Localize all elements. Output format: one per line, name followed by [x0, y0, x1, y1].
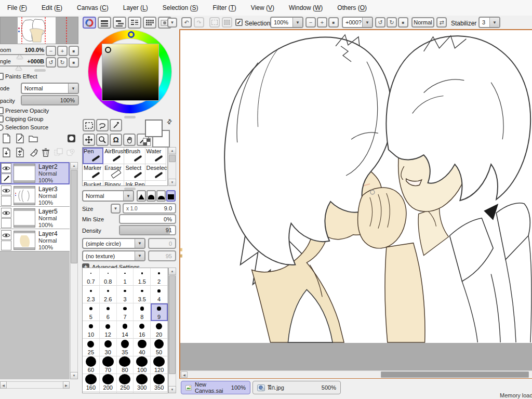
canvas-hscrollbar[interactable]: ◀: [180, 370, 532, 378]
brush-size-100[interactable]: 100: [134, 356, 151, 374]
merge-down-button[interactable]: [14, 146, 26, 158]
tool-eraser[interactable]: Eraser: [103, 164, 124, 181]
delete-layer-button[interactable]: [39, 146, 52, 158]
layer-item-layer5[interactable]: Layer5Normal100%: [0, 207, 70, 229]
layer-paint-indicator[interactable]: [1, 174, 11, 183]
menu-others[interactable]: Others (O): [330, 0, 374, 16]
zoom-tool[interactable]: [96, 134, 109, 146]
rotate-ccw-button[interactable]: ↺: [46, 57, 56, 68]
brush-size-3.5[interactable]: 3.5: [134, 286, 151, 303]
magic-wand-tool[interactable]: [110, 119, 122, 131]
tab-new-canvas[interactable]: New Canvas.sai 100%: [181, 381, 250, 394]
brush-shape-dropdown[interactable]: (simple circle)▼: [82, 238, 145, 249]
sv-cursor[interactable]: [105, 47, 111, 53]
brush-size-160[interactable]: 160: [83, 374, 100, 392]
invert-selection-button[interactable]: [222, 17, 232, 28]
canvas[interactable]: [180, 30, 532, 343]
brush-size-2[interactable]: 2: [151, 268, 168, 286]
flip-horizontal-button[interactable]: ⇄: [436, 17, 447, 28]
layer-item-layer4[interactable]: Layer4Normal100%: [0, 229, 70, 251]
undo-button[interactable]: ↶: [181, 17, 192, 28]
brush-size-120[interactable]: 120: [151, 356, 168, 374]
tab-jpg-file[interactable]: ฝึก.jpg 500%: [252, 381, 341, 394]
brush-size-6[interactable]: 6: [100, 303, 117, 321]
brush-size-12[interactable]: 12: [100, 321, 117, 339]
brush-edge-shape-square[interactable]: [166, 190, 176, 202]
rotate-cw-button[interactable]: ↻: [57, 57, 68, 68]
brush-size-20[interactable]: 20: [151, 321, 168, 339]
new-layer-button[interactable]: [0, 132, 12, 144]
zoom-reset-button[interactable]: ■: [69, 46, 79, 56]
menu-window[interactable]: Window (W): [282, 0, 330, 16]
menu-view[interactable]: View (V): [244, 0, 282, 16]
brush-size-partial[interactable]: [83, 392, 100, 393]
brush-size-25[interactable]: 25: [83, 339, 100, 356]
canvas-zoom-out-button[interactable]: −: [305, 17, 316, 28]
clip-mask-button[interactable]: [52, 146, 64, 158]
stabilizer-dropdown[interactable]: 3▼: [478, 17, 500, 28]
tool-grid-scroll-up[interactable]: ▲: [168, 147, 176, 154]
transfer-down-button[interactable]: [0, 146, 12, 158]
angle-reset-button[interactable]: ■: [69, 57, 79, 68]
tool-deselect[interactable]: Deselect: [145, 164, 166, 181]
layer-thumbnail[interactable]: [14, 164, 35, 183]
brush-size-50[interactable]: 50: [151, 339, 168, 356]
brush-size-partial[interactable]: [117, 392, 134, 393]
menu-selection[interactable]: Selection (S): [155, 0, 206, 16]
zoom-out-button[interactable]: −: [46, 46, 56, 56]
saturation-value-square[interactable]: [102, 44, 159, 101]
brush-size-300[interactable]: 300: [134, 374, 151, 392]
foreground-color-swatch[interactable]: [145, 119, 163, 137]
hand-tool[interactable]: [123, 134, 136, 146]
layer-thumbnail[interactable]: [14, 231, 35, 250]
size-unit-button[interactable]: ▼: [111, 204, 121, 214]
size-grid-scroll-down[interactable]: ▼: [168, 386, 176, 393]
brush-size-0.7[interactable]: 0.7: [83, 268, 100, 286]
layer-mask-button[interactable]: [65, 132, 77, 144]
clipping-group-checkbox[interactable]: [0, 115, 4, 123]
tool-pen[interactable]: Pen: [83, 148, 103, 164]
brush-size-350[interactable]: 350: [151, 374, 168, 392]
menu-filter[interactable]: Filter (T): [206, 0, 244, 16]
layer-item-layer2[interactable]: Layer2Normal100%: [0, 162, 70, 184]
brush-size-8[interactable]: 8: [134, 303, 151, 321]
layers-scroll-down[interactable]: ▼: [70, 372, 78, 379]
selection-source-radio[interactable]: [0, 124, 4, 131]
density-slider[interactable]: 91: [119, 225, 176, 235]
lasso-tool[interactable]: [96, 119, 109, 131]
hue-ring-cursor[interactable]: [128, 31, 135, 38]
move-tool[interactable]: [83, 134, 95, 146]
brush-size-1[interactable]: 1: [117, 268, 134, 286]
rect-select-tool[interactable]: [83, 119, 95, 131]
layers-scroll-right[interactable]: ▶: [63, 381, 70, 389]
brush-size-5[interactable]: 5: [83, 303, 100, 321]
color-mixer-tab[interactable]: [128, 17, 141, 29]
brush-size-2.6[interactable]: 2.6: [100, 286, 117, 303]
layers-hscrollbar[interactable]: [0, 381, 70, 389]
brush-size-250[interactable]: 250: [117, 374, 134, 392]
layer-thumbnail[interactable]: [14, 208, 35, 228]
canvas-rotate-ccw-button[interactable]: ↺: [375, 17, 385, 28]
tool-binary[interactable]: Binary: [103, 181, 124, 186]
brush-size-16[interactable]: 16: [134, 321, 151, 339]
hsv-sliders-tab[interactable]: [113, 17, 126, 29]
size-grid-scroll-up[interactable]: ▲: [168, 268, 176, 275]
layer-paint-indicator[interactable]: [1, 218, 11, 228]
brush-edge-shape-peak[interactable]: [137, 190, 146, 202]
zoom-in-button[interactable]: +: [57, 46, 68, 56]
tool-airbrush[interactable]: AirBrush: [103, 148, 124, 164]
brush-size-14[interactable]: 14: [117, 321, 134, 339]
tool-bucket[interactable]: Bucket: [83, 181, 103, 186]
brush-size-60[interactable]: 60: [83, 356, 100, 374]
navigator-panel[interactable]: [0, 17, 78, 44]
color-panel-menu-button[interactable]: ▼: [167, 18, 177, 28]
min-size-field[interactable]: 0%: [119, 214, 176, 224]
preserve-opacity-checkbox[interactable]: [0, 107, 4, 114]
tool-grid-scroll-thumb[interactable]: [169, 155, 176, 162]
mask-apply-button[interactable]: [64, 146, 77, 158]
new-folder-button[interactable]: [27, 132, 39, 144]
layer-item-layer3[interactable]: Layer3Normal100%: [0, 184, 70, 207]
canvas-angle-reset-button[interactable]: ■: [398, 17, 408, 28]
brush-size-9[interactable]: 9: [151, 303, 168, 321]
brush-size-2.3[interactable]: 2.3: [83, 286, 100, 303]
